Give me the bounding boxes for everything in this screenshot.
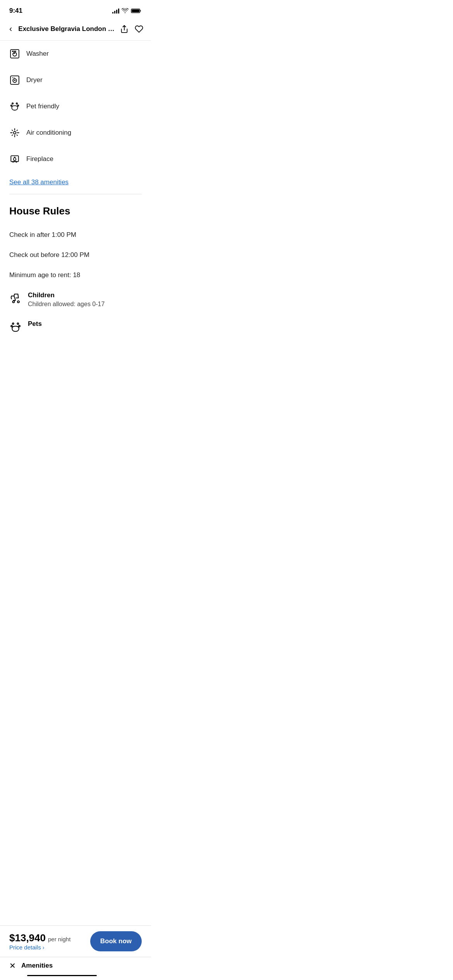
rule-minage: Minimum age to rent: 18 [0, 265, 151, 285]
svg-point-27 [19, 326, 20, 327]
children-rule-desc: Children allowed: ages 0-17 [28, 301, 142, 308]
stroller-icon [9, 292, 22, 305]
svg-rect-1 [132, 9, 139, 12]
amenity-fireplace: Fireplace [0, 146, 151, 172]
house-rules-title: House Rules [0, 194, 151, 225]
signal-icon [112, 8, 119, 14]
back-button[interactable]: ‹ [8, 22, 14, 36]
svg-point-13 [16, 103, 17, 104]
page-title: Exclusive Belgravia London Ho... [18, 25, 115, 33]
rule-checkout: Check out before 12:00 PM [0, 245, 151, 265]
fireplace-icon [9, 154, 20, 164]
amenity-dryer: Dryer [0, 67, 151, 93]
see-all-amenities-link[interactable]: See all 38 amenities [9, 178, 69, 186]
pets-rule-title: Pets [28, 320, 142, 328]
navigation-bar: ‹ Exclusive Belgravia London Ho... [0, 19, 151, 41]
svg-point-5 [12, 51, 13, 52]
dryer-icon [9, 75, 20, 86]
svg-rect-3 [10, 50, 19, 58]
amenity-pet-friendly: Pet friendly [0, 93, 151, 120]
status-bar: 9:41 [0, 0, 151, 19]
amenity-dryer-label: Dryer [26, 76, 43, 84]
svg-point-22 [13, 301, 15, 303]
svg-rect-11 [14, 77, 15, 78]
amenity-ac-label: Air conditioning [26, 129, 71, 137]
svg-point-14 [11, 105, 12, 106]
svg-point-15 [17, 105, 19, 106]
children-rule-title: Children [28, 291, 142, 299]
amenity-fireplace-label: Fireplace [26, 155, 53, 163]
washer-icon [9, 48, 20, 59]
rule-pets: Pets [0, 314, 151, 380]
svg-point-12 [12, 103, 13, 104]
wishlist-icon[interactable] [135, 25, 143, 33]
amenity-washer: Washer [0, 41, 151, 67]
nav-actions [120, 25, 143, 33]
pet-friendly-icon [9, 101, 20, 112]
svg-point-23 [17, 301, 19, 303]
children-rule-content: Children Children allowed: ages 0-17 [28, 291, 142, 308]
pets-rule-icon [9, 321, 22, 333]
svg-point-25 [17, 323, 19, 324]
rule-children: Children Children allowed: ages 0-17 [0, 285, 151, 314]
amenity-washer-label: Washer [26, 50, 49, 58]
pets-rule-content: Pets [28, 320, 142, 329]
svg-point-24 [12, 323, 14, 324]
battery-icon [131, 8, 142, 14]
main-content: Washer Dryer Pet friendly [0, 41, 151, 380]
wifi-icon [122, 8, 129, 14]
ac-icon [9, 127, 20, 138]
status-icons [112, 8, 142, 14]
svg-rect-10 [12, 77, 14, 78]
svg-point-16 [14, 132, 16, 134]
share-icon[interactable] [120, 25, 129, 33]
status-time: 9:41 [9, 7, 22, 15]
svg-point-4 [13, 52, 17, 56]
svg-point-26 [11, 326, 12, 327]
svg-point-6 [14, 51, 15, 52]
amenity-pet-friendly-label: Pet friendly [26, 103, 59, 110]
rule-checkin: Check in after 1:00 PM [0, 225, 151, 245]
see-all-amenities-container: See all 38 amenities [0, 172, 151, 194]
svg-point-7 [15, 51, 16, 52]
amenity-air-conditioning: Air conditioning [0, 120, 151, 146]
